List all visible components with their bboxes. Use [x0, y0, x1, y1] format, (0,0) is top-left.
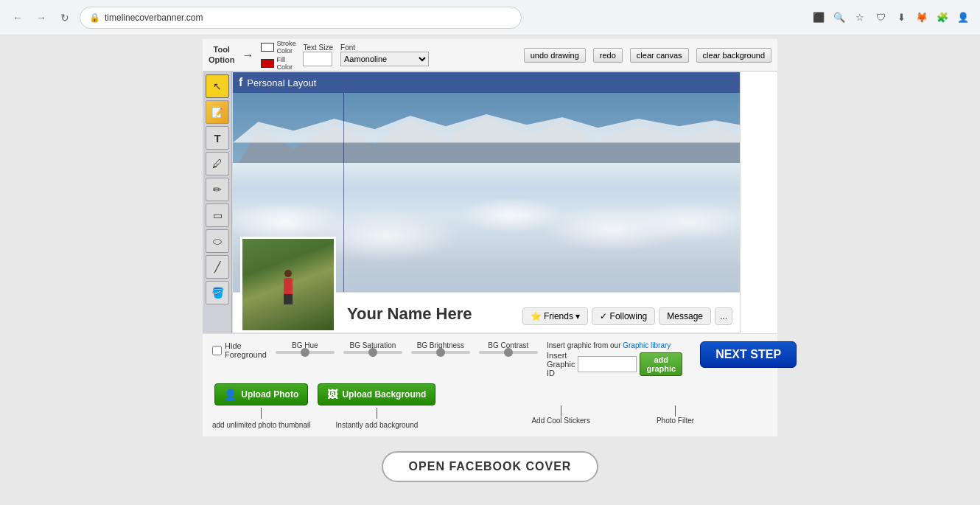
graphic-library-link[interactable]: Graphic library: [623, 341, 671, 349]
photo-filter-annotation-group: Photo Filter: [657, 405, 694, 425]
top-toolbar: Tool Option → Stroke Color Fill Color Te…: [203, 39, 777, 72]
canvas-area: f Personal Layout: [232, 72, 777, 333]
tool-pen[interactable]: ✏: [206, 178, 229, 201]
upload-buttons-row: 👤 Upload Photo add unlimited photo thumb…: [209, 383, 771, 429]
next-step-button[interactable]: NEXT STEP: [700, 341, 797, 368]
sliders-row: Hide Foreground BG Hue BG Saturation BG …: [209, 341, 771, 377]
undo-drawing-button[interactable]: undo drawing: [524, 48, 586, 63]
reload-button[interactable]: ↻: [56, 9, 74, 27]
text-size-input[interactable]: [303, 52, 332, 66]
upload-photo-connector: [261, 408, 262, 419]
person-body: [284, 278, 293, 294]
redo-button[interactable]: redo: [593, 48, 623, 63]
font-group: Font Aamonoline: [340, 43, 429, 66]
clear-background-button[interactable]: clear background: [696, 48, 771, 63]
friends-button[interactable]: ⭐ Friends ▾: [522, 307, 589, 325]
upload-photo-icon: 👤: [224, 389, 237, 400]
open-fb-cover-wrapper: OPEN FACEBOOK COVER: [382, 451, 599, 482]
person-legs: [284, 294, 293, 304]
shield-icon[interactable]: 🛡: [872, 10, 889, 26]
stroke-color-box[interactable]: [261, 43, 274, 52]
profile-actions: ⭐ Friends ▾ ✓ Following Message ...: [522, 307, 732, 325]
bg-brightness-slider-group: BG Brightness: [411, 341, 470, 354]
bg-contrast-slider[interactable]: [479, 351, 538, 354]
profile-image: [242, 239, 334, 330]
download-icon[interactable]: ⬇: [893, 10, 909, 26]
upload-background-button[interactable]: 🖼 Upload Background: [318, 383, 435, 405]
forward-button[interactable]: →: [32, 9, 50, 27]
profile-name: Your Name Here: [347, 304, 472, 324]
bg-saturation-slider-group: BG Saturation: [343, 341, 402, 354]
upload-photo-button[interactable]: 👤 Upload Photo: [214, 383, 308, 405]
browser-chrome: ← → ↻ 🔒 timelinecoverbanner.com ⬛ 🔍 ☆ 🛡 …: [0, 0, 980, 35]
clear-canvas-button[interactable]: clear canvas: [630, 48, 689, 63]
person-head: [284, 270, 292, 277]
following-button[interactable]: ✓ Following: [592, 307, 655, 325]
guide-line: [343, 93, 344, 292]
extension-icon-1[interactable]: ⬛: [811, 10, 827, 26]
hide-foreground-checkbox[interactable]: [212, 346, 222, 355]
hide-foreground-label[interactable]: Hide Foreground: [212, 341, 267, 359]
text-size-group: Text Size: [303, 43, 333, 66]
account-icon[interactable]: 👤: [955, 10, 971, 26]
font-label: Font: [340, 43, 429, 52]
graphic-insert-group: Insert graphic from our Graphic library …: [547, 341, 682, 377]
message-button[interactable]: Message: [659, 307, 711, 325]
tool-sidebar: ↖ 📝 T 🖊 ✏ ▭ ⬭ ╱ 🪣: [203, 72, 232, 333]
bg-hue-slider-group: BG Hue: [276, 341, 335, 354]
photo-filter-connector: [675, 405, 676, 417]
tool-text[interactable]: T: [206, 126, 229, 150]
tool-option-label: Tool Option: [209, 45, 234, 64]
person-silhouette: [284, 270, 293, 304]
upload-photo-group: 👤 Upload Photo add unlimited photo thumb…: [212, 383, 310, 429]
address-bar[interactable]: 🔒 timelinecoverbanner.com: [80, 7, 522, 29]
fb-profile-preview: f Personal Layout: [232, 72, 741, 333]
editor-container: Tool Option → Stroke Color Fill Color Te…: [203, 39, 777, 436]
zoom-icon[interactable]: 🔍: [831, 10, 847, 26]
tool-line[interactable]: ╱: [206, 255, 229, 279]
open-facebook-cover-button[interactable]: OPEN FACEBOOK COVER: [382, 451, 599, 482]
stroke-color-row: Stroke Color: [261, 40, 295, 55]
firefox-icon[interactable]: 🦊: [914, 10, 930, 26]
stroke-fill-group: Stroke Color Fill Color: [261, 40, 295, 71]
more-button[interactable]: ...: [715, 307, 732, 325]
stickers-annotation: Add Cool Stickers: [531, 417, 589, 425]
puzzle-icon[interactable]: 🧩: [934, 10, 951, 26]
tool-ellipse[interactable]: ⬭: [206, 229, 229, 253]
text-size-label: Text Size: [303, 43, 333, 52]
upload-bg-group: 🖼 Upload Background Instantly add backgr…: [318, 383, 435, 429]
stickers-annotation-group: Add Cool Stickers: [531, 405, 589, 425]
graphic-insert-controls: Insert Graphic ID add graphic: [547, 351, 682, 377]
upload-bg-icon: 🖼: [327, 389, 337, 400]
profile-section: Your Name Here ⭐ Friends ▾ ✓ Following M…: [233, 292, 740, 332]
graphic-id-input[interactable]: [578, 356, 637, 372]
fill-label: Fill Color: [276, 56, 293, 71]
lock-icon: 🔒: [89, 13, 100, 23]
fill-color-row: Fill Color: [261, 56, 295, 71]
tool-rectangle[interactable]: ▭: [206, 203, 229, 227]
tool-bucket[interactable]: 🪣: [206, 281, 229, 304]
bg-contrast-slider-group: BG Contrast: [479, 341, 538, 354]
tool-select[interactable]: ↖: [206, 74, 229, 98]
add-graphic-button[interactable]: add graphic: [640, 352, 682, 376]
font-select[interactable]: Aamonoline: [340, 52, 429, 66]
profile-thumbnail: [240, 237, 336, 332]
upload-bg-annotation: Instantly add background: [336, 421, 419, 429]
bg-saturation-slider[interactable]: [343, 351, 402, 354]
page-content: Tool Option → Stroke Color Fill Color Te…: [0, 35, 980, 505]
fb-layout-title: Personal Layout: [247, 77, 316, 88]
bg-brightness-slider[interactable]: [411, 351, 470, 354]
upload-photo-annotation: add unlimited photo thumbnail: [212, 421, 310, 429]
bg-hue-slider[interactable]: [276, 351, 335, 354]
url-text: timelinecoverbanner.com: [105, 13, 203, 23]
fill-color-box[interactable]: [261, 59, 274, 68]
back-button[interactable]: ←: [9, 9, 27, 27]
graphic-insert-hint: Insert graphic from our Graphic library: [547, 341, 682, 349]
tool-highlighter[interactable]: 🖊: [206, 152, 229, 175]
graphic-id-label: Insert Graphic ID: [547, 351, 575, 377]
bookmark-icon[interactable]: ☆: [852, 10, 868, 26]
stickers-connector: [561, 405, 561, 417]
stroke-label: Stroke Color: [276, 40, 295, 55]
photo-filter-annotation: Photo Filter: [657, 417, 694, 425]
tool-eraser[interactable]: 📝: [206, 100, 229, 124]
